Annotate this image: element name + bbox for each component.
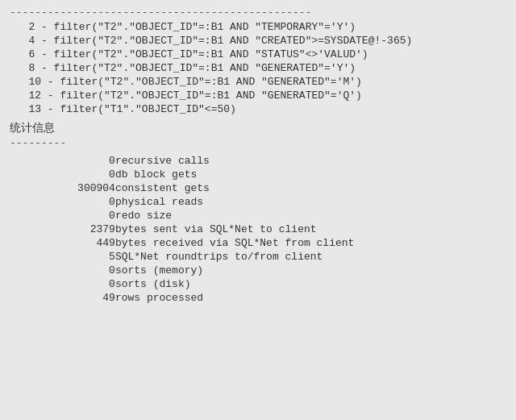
stat-row: 0sorts (memory) xyxy=(10,264,506,277)
stat-label: sorts (disk) xyxy=(115,277,506,291)
stat-label: db block gets xyxy=(115,168,506,181)
stat-row: 0db block gets xyxy=(10,168,506,181)
stat-row: 0physical reads xyxy=(10,195,506,209)
stat-value: 0 xyxy=(10,264,115,277)
stats-table: 0recursive calls0db block gets300904cons… xyxy=(10,154,506,305)
filter-line: 10 - filter("T2"."OBJECT_ID"=:B1 AND "GE… xyxy=(10,75,506,89)
stat-row: 0recursive calls xyxy=(10,154,506,168)
filter-line: 8 - filter("T2"."OBJECT_ID"=:B1 AND "GEN… xyxy=(10,61,506,75)
stat-value: 300904 xyxy=(10,181,115,195)
stat-value: 449 xyxy=(10,236,115,250)
section-title: 统计信息 xyxy=(10,121,506,135)
stat-row: 2379bytes sent via SQL*Net to client xyxy=(10,222,506,236)
stat-label: sorts (memory) xyxy=(115,264,506,277)
stat-label: physical reads xyxy=(115,195,506,209)
separator: --------- xyxy=(10,137,506,149)
stat-value: 0 xyxy=(10,277,115,291)
stat-row: 49rows processed xyxy=(10,291,506,305)
stat-value: 5 xyxy=(10,250,115,264)
stat-row: 5SQL*Net roundtrips to/from client xyxy=(10,250,506,264)
stat-label: consistent gets xyxy=(115,181,506,195)
divider-top: ----------------------------------------… xyxy=(10,6,506,19)
stat-row: 0sorts (disk) xyxy=(10,277,506,291)
stat-row: 0redo size xyxy=(10,209,506,222)
stat-label: rows processed xyxy=(115,291,506,305)
filter-line: 4 - filter("T2"."OBJECT_ID"=:B1 AND "CRE… xyxy=(10,34,506,48)
filter-line: 13 - filter("T1"."OBJECT_ID"<=50) xyxy=(10,102,506,116)
stat-value: 0 xyxy=(10,154,115,168)
stat-label: redo size xyxy=(115,209,506,222)
stat-row: 300904consistent gets xyxy=(10,181,506,195)
stat-row: 449bytes received via SQL*Net from clien… xyxy=(10,236,506,250)
filter-lines: 2 - filter("T2"."OBJECT_ID"=:B1 AND "TEM… xyxy=(10,20,506,116)
stat-label: bytes received via SQL*Net from client xyxy=(115,236,506,250)
stat-value: 0 xyxy=(10,195,115,209)
filter-line: 12 - filter("T2"."OBJECT_ID"=:B1 AND "GE… xyxy=(10,89,506,102)
stat-label: SQL*Net roundtrips to/from client xyxy=(115,250,506,264)
filter-line: 2 - filter("T2"."OBJECT_ID"=:B1 AND "TEM… xyxy=(10,20,506,34)
filter-line: 6 - filter("T2"."OBJECT_ID"=:B1 AND "STA… xyxy=(10,48,506,61)
stat-value: 2379 xyxy=(10,222,115,236)
stat-value: 49 xyxy=(10,291,115,305)
stat-label: bytes sent via SQL*Net to client xyxy=(115,222,506,236)
stat-label: recursive calls xyxy=(115,154,506,168)
stat-value: 0 xyxy=(10,168,115,181)
stat-value: 0 xyxy=(10,209,115,222)
